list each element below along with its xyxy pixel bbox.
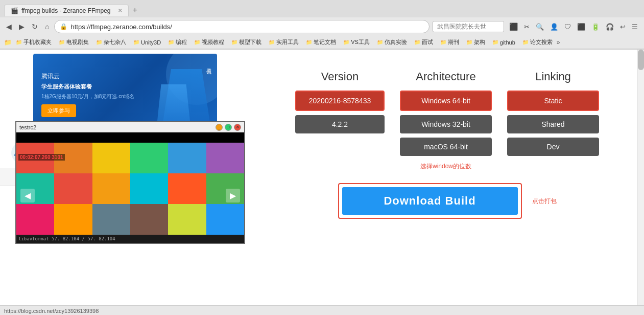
- bookmark-folder-icon-15: 📁: [522, 39, 529, 45]
- menu-icon[interactable]: ☰: [630, 22, 640, 32]
- video-player: testrc2 _ □ ✕ 00:02:07.260 3101: [15, 121, 245, 244]
- download-build-button[interactable]: Download Build: [342, 187, 518, 215]
- browser-chrome: 🎬 ffmpeg builds - Zeranoe FFmpeg ✕ + ◀ ▶…: [0, 0, 644, 50]
- bookmark-item-9[interactable]: 📁 VS工具: [340, 38, 373, 47]
- bookmark-label-8: 笔记文档: [314, 38, 336, 46]
- video-titlebar: testrc2 _ □ ✕: [16, 122, 244, 132]
- architecture-group: Architecture Windows 64-bit Windows 32-b…: [400, 70, 492, 171]
- bookmark-folder-icon-8: 📁: [306, 39, 312, 45]
- version-option-0[interactable]: 20200216-8578433: [295, 91, 385, 111]
- content-area: 腾讯云 学生服务器体验套餐 1核2G服务器10元/月，加8元可选.cn域名 立即…: [0, 50, 644, 315]
- bookmark-item-0[interactable]: 📁 手机收藏夹: [13, 38, 55, 47]
- bookmark-label-11: 面试: [422, 38, 433, 46]
- bookmark-item-10[interactable]: 📁 仿真实验: [374, 38, 410, 47]
- bookmark-folder-icon-5: 📁: [194, 39, 200, 45]
- bookmark-label-7: 实用工具: [276, 38, 299, 46]
- color-block-14: [54, 204, 92, 235]
- bookmark-item-3[interactable]: 📁 Unity3D: [130, 39, 164, 46]
- bookmark-item-4[interactable]: 📁 编程: [165, 38, 190, 47]
- address-bar[interactable]: 🔒 https://ffmpeg.zeranoe.com/builds/: [54, 20, 430, 33]
- color-block-3: [92, 143, 130, 173]
- video-titlebar-buttons: _ □ ✕: [216, 124, 241, 131]
- scissors-icon[interactable]: ✂: [522, 22, 532, 32]
- search-icon[interactable]: 🔍: [534, 22, 546, 32]
- shield-icon[interactable]: 🛡: [562, 22, 573, 32]
- bookmark-item-2[interactable]: 📁 杂七杂八: [93, 38, 129, 47]
- video-minimize-button[interactable]: _: [216, 124, 223, 131]
- linking-option-0[interactable]: Static: [507, 91, 599, 111]
- bookmark-folder-icon-1: 📁: [59, 39, 65, 45]
- apps-icon[interactable]: ⬛: [575, 22, 587, 32]
- linking-option-2[interactable]: Dev: [507, 138, 599, 156]
- scrollbar-thumb[interactable]: [638, 50, 644, 70]
- video-close-button[interactable]: ✕: [234, 124, 241, 131]
- more-bookmarks-icon[interactable]: »: [557, 39, 560, 46]
- ad-text-overlay: 腾讯云: [205, 64, 212, 67]
- bookmark-item-1[interactable]: 📁 电视剧集: [56, 38, 92, 47]
- extensions-icon[interactable]: ⬛: [507, 21, 520, 32]
- linking-option-1[interactable]: Shared: [507, 115, 599, 133]
- video-maximize-button[interactable]: □: [225, 124, 232, 131]
- video-prev-button[interactable]: ◀: [20, 189, 35, 202]
- bookmark-folder-icon-6: 📁: [231, 39, 237, 45]
- tab-close-icon[interactable]: ✕: [118, 8, 122, 13]
- status-url: https://blog.csdn.net/zcy13926139398: [4, 308, 99, 314]
- color-block-16: [130, 204, 168, 235]
- ad-banner-left: 腾讯云 学生服务器体验套餐 1核2G服务器10元/月，加8元可选.cn域名 立即…: [33, 66, 142, 123]
- bookmark-item-12[interactable]: 📁 期刊: [437, 38, 462, 47]
- select-window-annotation: 选择window的位数: [420, 162, 471, 171]
- back-button[interactable]: ◀: [4, 21, 14, 32]
- ad-cta-button[interactable]: 立即参与: [41, 104, 76, 117]
- bookmark-label-2: 杂七杂八: [104, 38, 126, 46]
- log-line-2: libavdevice 57. 9.102 / 57. 9.102: [18, 242, 242, 244]
- bookmark-label-10: 仿真实验: [385, 38, 407, 46]
- color-block-11: [168, 173, 206, 204]
- bookmark-item-6[interactable]: 📁 模型下载: [228, 38, 265, 47]
- bookmark-label-5: 视频教程: [202, 38, 224, 46]
- bookmark-folder-icon-3: 📁: [133, 39, 139, 45]
- tab-title: ffmpeg builds - Zeranoe FFmpeg: [21, 7, 111, 14]
- undo-icon[interactable]: ↩: [618, 22, 628, 32]
- architecture-header: Architecture: [416, 70, 475, 83]
- arch-option-1[interactable]: Windows 32-bit: [400, 115, 492, 133]
- new-tab-button[interactable]: +: [133, 6, 137, 15]
- active-tab[interactable]: 🎬 ffmpeg builds - Zeranoe FFmpeg ✕: [4, 5, 129, 16]
- bookmark-label-14: github: [500, 39, 515, 46]
- right-panel: Version 20200216-8578433 4.2.2 Architect…: [250, 50, 644, 315]
- headphone-icon[interactable]: 🎧: [604, 22, 616, 32]
- color-block-8: [54, 173, 92, 204]
- ad-brand: 腾讯云: [41, 72, 134, 81]
- arch-option-2[interactable]: macOS 64-bit: [400, 138, 492, 156]
- nav-bar: ◀ ▶ ↻ ⌂ 🔒 https://ffmpeg.zeranoe.com/bui…: [0, 17, 644, 36]
- person-icon[interactable]: 👤: [548, 22, 560, 32]
- video-log: libavformat 57. 82.104 / 57. 82.104 liba…: [16, 235, 244, 244]
- arch-option-0[interactable]: Windows 64-bit: [400, 91, 492, 111]
- bookmark-folder-icon-10: 📁: [377, 39, 383, 45]
- bookmark-item-14[interactable]: 📁 github: [489, 39, 518, 46]
- bookmark-label-3: Unity3D: [141, 39, 161, 46]
- bookmark-label-4: 编程: [176, 38, 187, 46]
- bookmark-item-15[interactable]: 📁 论文搜索: [519, 38, 556, 47]
- linking-group: Linking Static Shared Dev: [507, 70, 599, 171]
- bookmark-folder-icon-0: 📁: [16, 39, 22, 45]
- home-button[interactable]: ⌂: [43, 21, 51, 32]
- bookmark-item-7[interactable]: 📁 实用工具: [266, 38, 302, 47]
- battery-icon[interactable]: 🔋: [589, 22, 602, 32]
- reload-button[interactable]: ↻: [30, 21, 40, 32]
- color-block-15: [92, 204, 130, 235]
- video-next-button[interactable]: ▶: [226, 189, 240, 202]
- status-bar: https://blog.csdn.net/zcy13926139398: [0, 305, 644, 315]
- bookmark-item-8[interactable]: 📁 笔记文档: [303, 38, 339, 47]
- bookmark-folder-icon-4: 📁: [168, 39, 174, 45]
- forward-button[interactable]: ▶: [17, 21, 27, 32]
- color-block-9: [92, 173, 130, 204]
- bookmark-folder-icon-7: 📁: [269, 39, 275, 45]
- bookmark-item-5[interactable]: 📁 视频教程: [191, 38, 227, 47]
- search-input[interactable]: [433, 21, 504, 32]
- bookmark-item-11[interactable]: 📁 面试: [411, 38, 436, 47]
- lock-icon: 🔒: [60, 23, 67, 30]
- bookmark-item-13[interactable]: 📁 架构: [463, 38, 488, 47]
- version-option-1[interactable]: 4.2.2: [295, 115, 385, 133]
- bookmark-label-9: VS工具: [351, 38, 370, 46]
- scrollbar[interactable]: [637, 50, 644, 315]
